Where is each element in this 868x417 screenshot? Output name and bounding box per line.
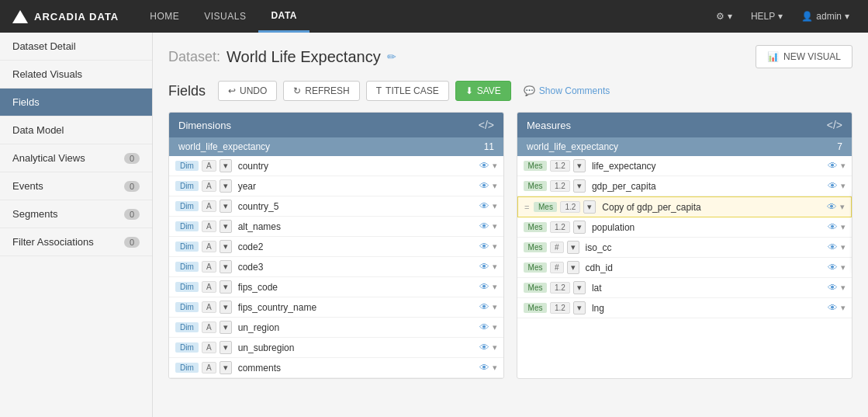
chevron-icon-fips-country-name[interactable]: ▾ [493, 302, 497, 312]
chevron-icon-lat[interactable]: ▾ [841, 283, 846, 293]
field-row-country5: Dim A ▾ country_5 👁 ▾ [169, 196, 503, 217]
eye-icon-fips-code[interactable]: 👁 [479, 281, 489, 293]
field-dropdown-altnames[interactable]: ▾ [220, 220, 232, 233]
topnav-right: ⚙ ▾ HELP ▾ 👤 admin ▾ [710, 11, 856, 22]
field-dropdown-code2[interactable]: ▾ [220, 240, 232, 253]
sidebar-item-analytical-views[interactable]: Analytical Views 0 [0, 144, 152, 172]
eye-icon-code2[interactable]: 👁 [479, 241, 489, 252]
chevron-icon-un-region[interactable]: ▾ [493, 322, 497, 332]
field-dropdown-life-expectancy[interactable]: ▾ [573, 159, 586, 172]
measures-panel-header: Measures </> [517, 113, 852, 137]
eye-icon-life-expectancy[interactable]: 👁 [828, 160, 838, 172]
field-type-dim: Dim [175, 181, 199, 191]
chevron-icon-country5[interactable]: ▾ [493, 201, 497, 211]
refresh-button[interactable]: ↻ REFRESH [283, 81, 359, 101]
field-row-code2: Dim A ▾ code2 👁 ▾ [169, 237, 503, 257]
nav-visuals[interactable]: VISUALS [192, 0, 258, 33]
chevron-icon-un-subregion[interactable]: ▾ [493, 342, 497, 353]
chevron-icon-comments[interactable]: ▾ [493, 363, 497, 373]
chevron-icon-iso-cc[interactable]: ▾ [841, 242, 846, 252]
eye-icon-fips-country-name[interactable]: 👁 [479, 301, 489, 313]
eye-icon-un-region[interactable]: 👁 [479, 321, 489, 333]
help-menu[interactable]: HELP ▾ [745, 11, 789, 22]
field-dropdown-copy-gdp[interactable]: ▾ [583, 200, 596, 214]
dimensions-code-icon[interactable]: </> [479, 119, 494, 131]
eye-icon-lng[interactable]: 👁 [828, 302, 838, 314]
gear-menu[interactable]: ⚙ ▾ [710, 11, 738, 22]
drag-handle-icon: = [524, 203, 529, 212]
nav-data[interactable]: DATA [258, 0, 310, 33]
sidebar-item-data-model[interactable]: Data Model [0, 116, 152, 144]
field-dropdown-iso-cc[interactable]: ▾ [567, 241, 579, 254]
nav-home[interactable]: HOME [137, 0, 192, 33]
field-icon-a: A [202, 362, 216, 374]
save-button[interactable]: ⬇ SAVE [455, 81, 511, 101]
eye-icon-un-subregion[interactable]: 👁 [479, 342, 489, 353]
title-case-button[interactable]: T TITLE CASE [366, 81, 449, 101]
field-dropdown-country5[interactable]: ▾ [220, 200, 232, 213]
field-type-dim: Dim [175, 363, 199, 373]
chevron-icon-country[interactable]: ▾ [493, 161, 497, 171]
admin-menu[interactable]: 👤 admin ▾ [795, 11, 856, 22]
field-dropdown-lat[interactable]: ▾ [573, 281, 586, 294]
show-comments-button[interactable]: 💬 Show Comments [524, 85, 610, 96]
chevron-icon-code3[interactable]: ▾ [493, 262, 497, 272]
chevron-icon-alt-names[interactable]: ▾ [493, 221, 497, 231]
eye-icon-iso-cc[interactable]: 👁 [828, 242, 838, 253]
chevron-icon-lng[interactable]: ▾ [841, 303, 846, 313]
field-dropdown-cdh-id[interactable]: ▾ [567, 261, 579, 274]
field-dropdown-fips-country-name[interactable]: ▾ [220, 301, 232, 314]
sidebar-item-filter-associations[interactable]: Filter Associations 0 [0, 228, 152, 256]
eye-icon-country[interactable]: 👁 [479, 160, 489, 172]
sidebar-item-fields[interactable]: Fields [0, 89, 152, 116]
logo[interactable]: ARCADIA DATA [12, 10, 119, 23]
chevron-icon-population[interactable]: ▾ [841, 222, 846, 232]
chevron-icon-copy-gdp[interactable]: ▾ [840, 202, 845, 212]
field-dropdown-lng[interactable]: ▾ [573, 301, 586, 314]
eye-icon-copy-gdp[interactable]: 👁 [827, 201, 837, 213]
field-icon-a: A [202, 200, 216, 212]
eye-icon-cdh-id[interactable]: 👁 [828, 262, 838, 273]
chevron-icon-cdh-id[interactable]: ▾ [841, 262, 846, 273]
field-dropdown-comments[interactable]: ▾ [220, 361, 232, 374]
measures-code-icon[interactable]: </> [827, 119, 842, 131]
chevron-icon-code2[interactable]: ▾ [493, 242, 497, 252]
eye-icon-comments[interactable]: 👁 [479, 362, 489, 374]
eye-icon-code3[interactable]: 👁 [479, 261, 489, 273]
field-icon-12: 1.2 [550, 302, 570, 314]
field-dropdown-country[interactable]: ▾ [220, 159, 232, 172]
field-dropdown-un-subregion[interactable]: ▾ [220, 341, 232, 354]
sidebar-item-segments[interactable]: Segments 0 [0, 200, 152, 228]
eye-icon-gdp[interactable]: 👁 [828, 180, 838, 192]
eye-icon-population[interactable]: 👁 [828, 221, 838, 233]
undo-button[interactable]: ↩ UNDO [218, 81, 277, 101]
field-dropdown-gdp[interactable]: ▾ [573, 179, 586, 193]
field-name-lat: lat [589, 283, 825, 294]
dataset-edit-icon[interactable]: ✏ [387, 50, 396, 63]
dimensions-panel-header-right: </> [479, 119, 494, 131]
eye-icon-year[interactable]: 👁 [479, 180, 489, 192]
new-visual-button[interactable]: 📊 NEW VISUAL [756, 45, 852, 68]
field-dropdown-code3[interactable]: ▾ [220, 260, 232, 273]
sidebar-item-dataset-detail[interactable]: Dataset Detail [0, 33, 152, 61]
title-case-icon: T [376, 85, 382, 96]
chevron-icon-year[interactable]: ▾ [493, 181, 497, 191]
sidebar-item-related-visuals[interactable]: Related Visuals [0, 61, 152, 89]
field-dropdown-un-region[interactable]: ▾ [220, 321, 232, 334]
eye-icon-country5[interactable]: 👁 [479, 200, 489, 212]
field-dropdown-fips-code[interactable]: ▾ [220, 280, 232, 294]
sidebar-item-events[interactable]: Events 0 [0, 172, 152, 200]
events-badge: 0 [124, 181, 140, 192]
fields-panels: Dimensions </> world_life_expectancy 11 … [168, 112, 852, 379]
chevron-icon-fips-code[interactable]: ▾ [493, 282, 497, 292]
field-dropdown-population[interactable]: ▾ [573, 221, 586, 234]
field-type-mes: Mes [524, 262, 547, 273]
chevron-icon-life-expectancy[interactable]: ▾ [841, 161, 846, 171]
field-dropdown-year[interactable]: ▾ [220, 179, 232, 193]
eye-icon-alt-names[interactable]: 👁 [479, 221, 489, 232]
field-icon-hash: # [550, 242, 564, 253]
field-icon-a: A [202, 342, 216, 353]
chevron-icon-gdp[interactable]: ▾ [841, 181, 846, 191]
field-actions-code2: 👁 ▾ [479, 241, 497, 252]
eye-icon-lat[interactable]: 👁 [828, 282, 838, 294]
